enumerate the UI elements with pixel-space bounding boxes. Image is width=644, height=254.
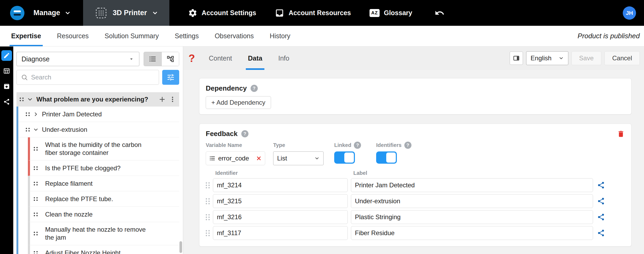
identifiers-group: Identifiers ? (376, 142, 411, 164)
tree-node-label: Clean the nozzle (45, 210, 93, 218)
help-circle-icon[interactable]: ? (251, 85, 258, 92)
undo-button[interactable] (435, 8, 445, 18)
tree-view-icon (166, 55, 174, 63)
add-dependency-button[interactable]: + Add Dependency (206, 96, 271, 109)
tab-observations[interactable]: Observations (213, 26, 255, 46)
manage-label: Manage (33, 9, 60, 17)
linked-toggle[interactable] (334, 151, 355, 164)
delete-feedback-icon[interactable] (617, 130, 625, 138)
chevron-down-icon (65, 10, 71, 16)
tab-history[interactable]: History (268, 26, 292, 46)
chevron-down-icon[interactable] (33, 127, 39, 133)
identifiers-toggle[interactable] (376, 151, 397, 164)
tree-node-humidity-question[interactable]: What is the humidity of the carbon fiber… (28, 137, 179, 160)
share-icon[interactable] (596, 181, 606, 189)
tree-node-adjust-nozzle-height[interactable]: Adjust Fiber Nozzle Height (28, 245, 179, 254)
tab-resources[interactable]: Resources (55, 26, 91, 46)
view-toggle (144, 52, 179, 66)
tab-solution-summary[interactable]: Solution Summary (103, 26, 160, 46)
editor-tab-info[interactable]: Info (276, 46, 291, 70)
editor-tab-content[interactable]: Content (207, 46, 234, 70)
app-logo[interactable] (10, 5, 25, 21)
variable-name-field[interactable]: error_code (206, 151, 265, 165)
more-options-icon[interactable] (169, 96, 176, 103)
avatar[interactable]: JH (623, 6, 636, 20)
language-select[interactable]: English (526, 51, 568, 65)
tab-expertise[interactable]: Expertise (10, 26, 43, 46)
nav-label: Glossary (384, 9, 412, 17)
help-circle-icon[interactable]: ? (404, 142, 411, 149)
gear-icon (188, 8, 198, 18)
tree-node-heat-nozzle[interactable]: Manually heat the nozzle to remove the j… (28, 222, 179, 245)
drag-handle-icon[interactable] (34, 251, 38, 254)
share-icon[interactable] (596, 197, 606, 205)
help-circle-icon[interactable]: ? (354, 142, 361, 149)
tree-node-printer-jam[interactable]: Printer Jam Detected (18, 107, 179, 122)
rail-table-button[interactable] (1, 66, 12, 76)
share-icon[interactable] (596, 229, 606, 237)
cancel-button[interactable]: Cancel (604, 51, 640, 65)
drag-handle-icon[interactable] (34, 213, 38, 216)
drag-handle-icon[interactable] (34, 182, 38, 185)
rail-share-button[interactable] (1, 96, 12, 107)
manage-menu[interactable]: Manage (33, 9, 71, 17)
drag-handle-icon[interactable] (206, 214, 210, 220)
nav-account-settings[interactable]: Account Settings (188, 8, 256, 18)
drag-handle-icon[interactable] (26, 112, 30, 116)
tree-view-button[interactable] (161, 52, 179, 66)
tab-settings[interactable]: Settings (173, 26, 200, 46)
label-input[interactable] (351, 226, 593, 240)
help-icon[interactable]: ? (188, 53, 195, 64)
type-select[interactable]: List (273, 151, 324, 165)
identifier-input[interactable] (213, 226, 348, 240)
nav-account-resources[interactable]: Account Resources (275, 8, 351, 18)
drag-handle-icon[interactable] (26, 128, 30, 132)
panel-toggle-button[interactable] (510, 52, 523, 65)
nav-glossary[interactable]: AZ Glossary (370, 9, 412, 17)
clear-variable-icon[interactable] (256, 155, 262, 161)
type-label: Type (273, 142, 285, 148)
identifier-input[interactable] (213, 194, 348, 208)
tree-node-clean-nozzle[interactable]: Clean the nozzle (28, 207, 179, 222)
drag-handle-icon[interactable] (34, 197, 38, 201)
tree-controls: Diagnose (13, 46, 183, 85)
add-node-icon[interactable] (158, 96, 166, 103)
product-name: 3D Printer (113, 9, 147, 17)
tree-node-label: Replace filament (45, 180, 93, 188)
identifier-input[interactable] (213, 178, 348, 192)
rail-edit-button[interactable] (1, 50, 12, 61)
mode-select[interactable]: Diagnose (16, 52, 139, 66)
chevron-down-icon[interactable] (27, 96, 33, 103)
drag-handle-icon[interactable] (34, 232, 38, 235)
chevron-right-icon[interactable] (33, 111, 39, 117)
filter-button[interactable] (162, 70, 179, 85)
tree-node-under-extrusion[interactable]: Under-extrusion (18, 122, 179, 137)
list-view-button[interactable] (144, 52, 161, 66)
drag-handle-icon[interactable] (206, 198, 210, 204)
rail-archive-button[interactable] (1, 81, 12, 92)
save-button[interactable]: Save (572, 51, 602, 65)
drag-handle-icon[interactable] (206, 182, 210, 188)
tree-node-replace-filament[interactable]: Replace filament (28, 176, 179, 191)
share-icon[interactable] (596, 213, 606, 221)
chevron-down-icon (314, 156, 320, 161)
identifier-input[interactable] (213, 210, 348, 224)
label-input[interactable] (351, 194, 593, 208)
editor-tab-data[interactable]: Data (246, 46, 264, 70)
product-switcher[interactable]: 3D Printer (83, 0, 169, 26)
tree-node-label: Adjust Fiber Nozzle Height (45, 249, 121, 254)
search-icon (21, 74, 28, 81)
drag-handle-icon[interactable] (34, 147, 38, 151)
label-input[interactable] (351, 210, 593, 224)
tree-scrollbar-thumb[interactable] (179, 241, 182, 253)
help-circle-icon[interactable]: ? (241, 130, 248, 137)
tree-node-ptfe-question[interactable]: Is the PTFE tube clogged? (28, 160, 179, 176)
drag-handle-icon[interactable] (20, 98, 24, 101)
tree-root-row[interactable]: What problem are you experiencing? (16, 92, 179, 107)
variable-name-value: error_code (218, 155, 249, 162)
drag-handle-icon[interactable] (206, 230, 210, 236)
label-input[interactable] (351, 178, 593, 192)
drag-handle-icon[interactable] (34, 166, 38, 170)
search-input[interactable] (31, 74, 154, 81)
tree-node-replace-ptfe[interactable]: Replace the PTFE tube. (28, 191, 179, 207)
